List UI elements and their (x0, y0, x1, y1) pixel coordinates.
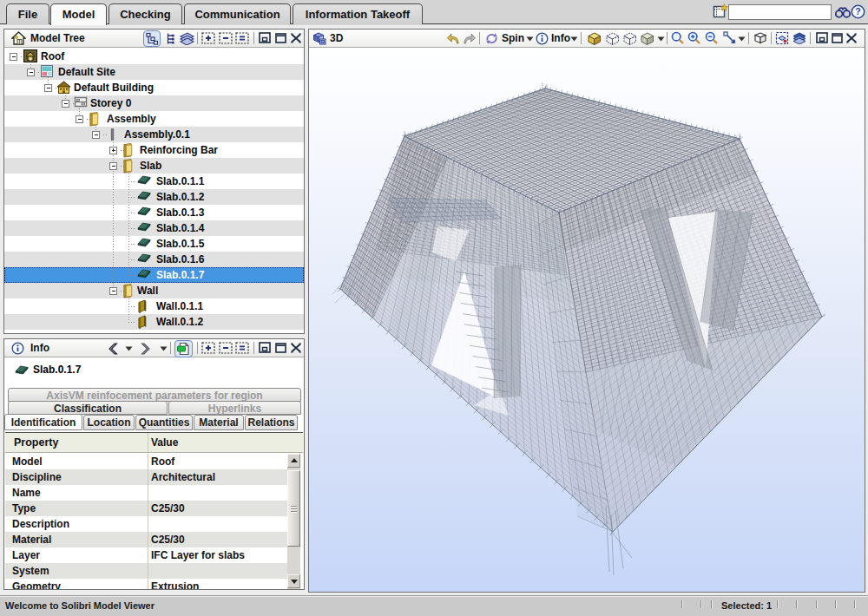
svg-text:?: ? (855, 6, 860, 16)
